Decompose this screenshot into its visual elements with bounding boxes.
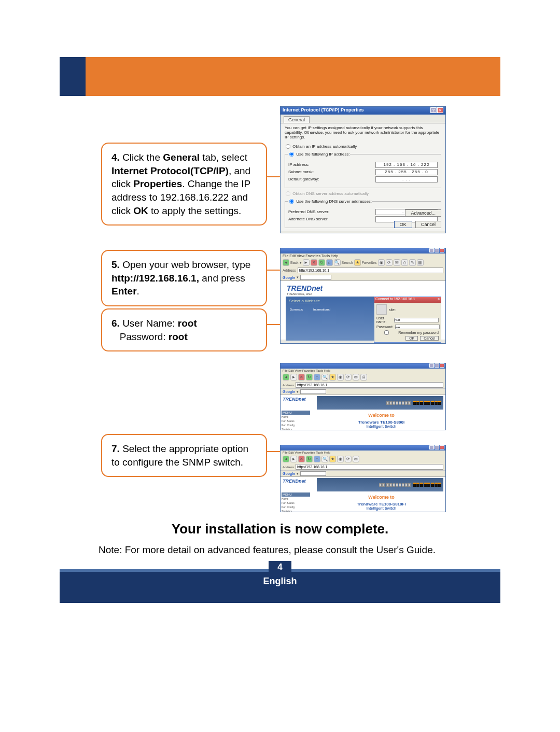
media-icon[interactable]: ◉ <box>337 456 344 462</box>
address-input[interactable] <box>296 382 443 388</box>
ip-address-label: IP address: <box>288 162 345 167</box>
mail-icon[interactable]: ✉ <box>353 374 359 381</box>
minimize-icon[interactable] <box>429 248 434 252</box>
forward-icon[interactable]: ► <box>290 456 297 462</box>
sidebar-item[interactable]: Statistics <box>282 427 310 430</box>
screenshot-browser-login: File Edit View Favorites Tools Help ◄ Ba… <box>280 248 446 344</box>
radio-obtain-ip[interactable]: Obtain an IP address automatically <box>285 143 441 150</box>
close-icon[interactable]: × <box>437 107 443 113</box>
print-icon[interactable]: ⎙ <box>401 259 408 266</box>
sidebar-item[interactable]: Port Config <box>282 423 310 427</box>
maximize-icon[interactable] <box>435 248 439 252</box>
maximize-icon[interactable] <box>435 445 439 449</box>
discuss-icon[interactable]: ▦ <box>417 259 424 266</box>
step-5-number: 5. <box>111 259 120 270</box>
radio-use-dns[interactable]: Use the following DNS server addresses: <box>288 198 372 205</box>
sidebar-item[interactable]: Port Status <box>282 501 310 505</box>
browser-menubar[interactable]: File Edit View Favorites Tools Help <box>281 451 445 455</box>
advanced-button[interactable]: Advanced... <box>405 209 441 217</box>
close-icon[interactable] <box>440 363 444 368</box>
forward-icon[interactable]: ► <box>290 374 297 381</box>
auth-dialog: Connect to 192.168.16.1 × site: User nam… <box>374 297 441 343</box>
back-icon[interactable]: ◄ <box>283 456 289 462</box>
close-icon[interactable] <box>440 445 444 449</box>
product-name: Trendware TE100-S800i <box>319 420 443 425</box>
edit-icon[interactable]: ✎ <box>409 259 416 266</box>
search-icon[interactable]: 🔍 <box>321 374 328 381</box>
auth-pass-input[interactable] <box>395 325 440 329</box>
sidebar-item[interactable]: Statistics <box>282 509 310 512</box>
stop-icon[interactable]: ✕ <box>311 259 317 266</box>
back-icon[interactable]: ◄ <box>283 259 289 266</box>
step-4-bold-protocol: Internet Protocol(TCP/IP) <box>111 165 229 176</box>
dialog-description: You can get IP settings assigned automat… <box>285 125 441 140</box>
media-icon[interactable]: ◉ <box>378 259 385 266</box>
stop-icon[interactable]: ✕ <box>298 374 305 381</box>
auth-ok-button[interactable]: OK <box>405 336 418 341</box>
history-icon[interactable]: ⟳ <box>386 259 393 266</box>
refresh-icon[interactable]: ↻ <box>306 374 313 381</box>
auth-remember-checkbox[interactable] <box>376 330 397 335</box>
search-icon[interactable]: 🔍 <box>334 259 341 266</box>
cancel-button[interactable]: Cancel <box>415 221 441 228</box>
sidebar-item[interactable]: Port Config <box>282 505 310 509</box>
favorites-icon[interactable]: ★ <box>354 259 361 266</box>
switch-header <box>317 478 443 491</box>
sidebar-item[interactable]: Port Status <box>282 419 310 423</box>
favorites-icon[interactable]: ★ <box>329 456 336 462</box>
subnet-mask-input[interactable]: 255 . 255 . 255 . 0 <box>375 169 438 175</box>
col-international[interactable]: International <box>313 308 330 311</box>
print-icon[interactable]: ⎙ <box>360 374 367 381</box>
ip-address-input[interactable]: 192 . 168 . 16 . 222 <box>375 162 438 168</box>
mail-icon[interactable]: ✉ <box>353 456 359 462</box>
step-5-bold-url: http://192.168.16.1, <box>111 273 199 284</box>
trendnet-logo-text: TRENDnet <box>287 284 323 292</box>
screenshot-switch-s800i: File Edit View Favorites Tools Help ◄ ► … <box>280 363 446 430</box>
search-icon[interactable]: 🔍 <box>321 456 328 462</box>
radio-use-ip[interactable]: Use the following IP address: <box>288 151 350 158</box>
minimize-icon[interactable] <box>429 445 434 449</box>
stop-icon[interactable]: ✕ <box>298 456 305 462</box>
address-input[interactable] <box>296 464 443 470</box>
col-domestic[interactable]: Domestic <box>290 308 303 311</box>
browser-menubar[interactable]: File Edit View Favorites Tools Help <box>281 254 445 258</box>
step-5-text1: Open your web browser, type <box>120 259 250 270</box>
home-icon[interactable]: ⌂ <box>314 374 320 381</box>
maximize-icon[interactable] <box>435 363 439 368</box>
favorites-icon[interactable]: ★ <box>329 374 336 381</box>
auth-close-icon[interactable]: × <box>438 297 440 303</box>
switch-sidebar[interactable]: MENU Home Port Status Port Config Statis… <box>282 492 310 512</box>
gateway-input[interactable]: . . . <box>375 176 438 182</box>
window-buttons: ?× <box>430 107 443 114</box>
page: 4. Click the General tab, select Interne… <box>0 0 560 732</box>
refresh-icon[interactable]: ↻ <box>306 456 313 462</box>
google-search-input[interactable] <box>300 275 331 280</box>
close-icon[interactable] <box>440 248 444 252</box>
minimize-icon[interactable] <box>429 363 434 368</box>
address-input[interactable] <box>298 268 443 273</box>
sidebar-item[interactable]: Home <box>282 497 310 501</box>
browser-menubar[interactable]: File Edit View Favorites Tools Help <box>281 369 445 373</box>
switch-welcome: Welcome to Trendware TE100-S810Fi Intell… <box>319 495 443 510</box>
google-search-input[interactable] <box>300 389 326 394</box>
mail-icon[interactable]: ✉ <box>394 259 400 266</box>
step-6-text1: User Name: <box>120 318 178 329</box>
refresh-icon[interactable]: ↻ <box>318 259 325 266</box>
help-icon[interactable]: ? <box>430 107 437 113</box>
switch-sidebar[interactable]: MENU Home Port Status Port Config Statis… <box>282 411 310 430</box>
auth-cancel-button[interactable]: Cancel <box>420 336 439 341</box>
media-icon[interactable]: ◉ <box>337 374 344 381</box>
ok-button[interactable]: OK <box>394 221 412 228</box>
home-icon[interactable]: ⌂ <box>314 456 320 462</box>
history-icon[interactable]: ⟳ <box>345 374 352 381</box>
tab-general[interactable]: General <box>284 116 310 123</box>
forward-icon[interactable]: ► <box>303 259 310 266</box>
google-search-input[interactable] <box>300 471 326 476</box>
home-icon[interactable]: ⌂ <box>326 259 333 266</box>
welcome-label: Welcome to <box>319 413 443 418</box>
history-icon[interactable]: ⟳ <box>345 456 352 462</box>
back-icon[interactable]: ◄ <box>283 374 289 381</box>
sidebar-item[interactable]: Home <box>282 415 310 419</box>
auth-user-input[interactable] <box>394 318 439 322</box>
trendnet-logo: TRENDnet TRENDware, USA <box>287 284 323 295</box>
